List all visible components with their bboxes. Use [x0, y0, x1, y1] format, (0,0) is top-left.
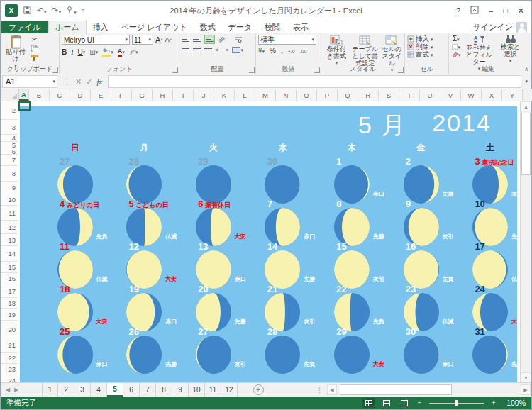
- paste-button[interactable]: 貼り付け ▾: [3, 35, 28, 68]
- row-header-11[interactable]: 11: [1, 206, 18, 221]
- row-header-16[interactable]: 16: [1, 273, 18, 284]
- column-header-P[interactable]: P: [317, 89, 338, 101]
- tab-表示[interactable]: 表示: [287, 21, 315, 33]
- row-header-21[interactable]: 21: [1, 338, 18, 353]
- align-middle-icon[interactable]: [193, 36, 201, 43]
- column-header-F[interactable]: F: [111, 89, 132, 101]
- column-header-V[interactable]: V: [440, 89, 461, 101]
- sheet-tab-11[interactable]: 11: [205, 383, 221, 397]
- increase-decimal-icon[interactable]: +.0: [288, 49, 295, 54]
- row-header-8[interactable]: 8: [1, 166, 18, 182]
- bold-button[interactable]: B: [62, 49, 67, 56]
- column-header-X[interactable]: X: [482, 89, 502, 101]
- font-size-combobox[interactable]: 11▾: [132, 35, 153, 45]
- row-header-20[interactable]: 20: [1, 321, 18, 338]
- insert-function-icon[interactable]: fx: [96, 77, 102, 86]
- alignment-dialog-launcher[interactable]: [249, 67, 255, 73]
- row-header-14[interactable]: 14: [1, 246, 18, 262]
- autosum-icon[interactable]: Σ▾: [451, 35, 461, 43]
- accounting-format-icon[interactable]: ¥▾: [258, 48, 265, 55]
- format-cells-button[interactable]: 書式▾: [407, 51, 447, 58]
- format-painter-icon[interactable]: [31, 54, 38, 62]
- help-icon[interactable]: ?: [456, 6, 460, 15]
- column-header-B[interactable]: B: [29, 89, 50, 101]
- sheet-tab-10[interactable]: 10: [189, 383, 205, 397]
- cut-icon[interactable]: ✂: [31, 36, 38, 43]
- ribbon-display-options-icon[interactable]: [470, 6, 479, 16]
- underline-button[interactable]: U▾: [78, 49, 86, 56]
- horizontal-scroll-thumb[interactable]: [340, 384, 452, 395]
- decrease-decimal-icon[interactable]: .00: [300, 49, 307, 54]
- tab-挿入[interactable]: 挿入: [87, 21, 115, 33]
- row-header-10[interactable]: 10: [1, 194, 18, 206]
- undo-icon[interactable]: ↶▾: [37, 6, 47, 15]
- row-header-7[interactable]: 7: [1, 155, 18, 166]
- sheet-tab-4[interactable]: 4: [91, 383, 107, 397]
- page-break-view-icon[interactable]: [398, 398, 410, 408]
- border-icon[interactable]: ⊞▾: [89, 49, 98, 56]
- sheet-tab-5[interactable]: 5: [107, 383, 123, 397]
- column-header-R[interactable]: R: [358, 89, 379, 101]
- zoom-in-icon[interactable]: ＋: [490, 398, 498, 408]
- insert-cells-button[interactable]: 挿入▾: [407, 35, 447, 43]
- row-header-22[interactable]: 22: [1, 353, 18, 364]
- styles-dialog-launcher[interactable]: [398, 67, 404, 73]
- column-header-L[interactable]: L: [235, 89, 255, 101]
- column-header-U[interactable]: U: [420, 89, 440, 101]
- copy-icon[interactable]: [31, 45, 38, 52]
- touch-mode-icon[interactable]: ▾: [66, 6, 77, 16]
- select-all-corner[interactable]: [1, 89, 19, 101]
- row-header-2[interactable]: 2: [1, 101, 18, 120]
- fill-color-icon[interactable]: ▾: [102, 48, 113, 57]
- tab-校閲[interactable]: 校閲: [258, 21, 287, 33]
- close-icon[interactable]: ✕: [518, 6, 524, 16]
- row-header-15[interactable]: 15: [1, 262, 18, 273]
- maximize-icon[interactable]: □: [503, 6, 508, 15]
- row-header-17[interactable]: 17: [1, 284, 18, 298]
- align-right-icon[interactable]: [204, 47, 212, 53]
- zoom-level[interactable]: 100%: [503, 399, 526, 407]
- column-header-I[interactable]: I: [173, 89, 194, 101]
- align-center-icon[interactable]: [193, 47, 201, 53]
- sheet-tab-12[interactable]: 12: [221, 383, 238, 397]
- sheet-tab-6[interactable]: 6: [123, 383, 140, 397]
- column-header-G[interactable]: G: [132, 89, 153, 101]
- row-header-6[interactable]: 6: [1, 148, 18, 155]
- column-header-W[interactable]: W: [461, 89, 482, 101]
- sign-in[interactable]: サインイン: [473, 21, 531, 33]
- minimize-icon[interactable]: –: [489, 6, 493, 15]
- column-header-Q[interactable]: Q: [338, 89, 358, 101]
- conditional-formatting-button[interactable]: ≠ 条件付き書式▾: [323, 35, 350, 65]
- row-header-13[interactable]: 13: [1, 234, 18, 246]
- tab-ページ レイアウト[interactable]: ページ レイアウト: [115, 21, 194, 33]
- tab-ホーム[interactable]: ホーム: [48, 21, 87, 33]
- clipboard-dialog-launcher[interactable]: [52, 67, 58, 73]
- decrease-font-size-icon[interactable]: A˅: [165, 37, 172, 43]
- sheet-tab-9[interactable]: 9: [172, 383, 189, 397]
- zoom-slider[interactable]: [429, 403, 484, 404]
- column-header-K[interactable]: K: [214, 89, 235, 101]
- find-select-button[interactable]: 検索と選択▾: [498, 35, 523, 63]
- sheet-canvas[interactable]: 5 月 2014 日月火水木金土 272829301赤口2先勝3憲法記念日友引4…: [18, 101, 520, 382]
- sheet-tab-2[interactable]: 2: [58, 383, 74, 397]
- italic-button[interactable]: I: [71, 49, 73, 56]
- vertical-scroll-thumb[interactable]: [521, 113, 531, 175]
- number-format-select[interactable]: 標準▾: [258, 35, 316, 45]
- align-bottom-icon[interactable]: [204, 35, 215, 44]
- vertical-scrollbar[interactable]: ▲ ▼: [520, 101, 531, 382]
- hscroll-left-icon[interactable]: ◀: [327, 384, 337, 395]
- row-header-9[interactable]: 9: [1, 182, 18, 194]
- tab-数式[interactable]: 数式: [193, 21, 221, 33]
- scroll-down-icon[interactable]: ▼: [521, 372, 531, 382]
- page-layout-view-icon[interactable]: [380, 398, 392, 408]
- decrease-indent-icon[interactable]: ⇤: [216, 48, 221, 53]
- increase-font-size-icon[interactable]: A˄: [155, 36, 163, 44]
- sheet-tab-7[interactable]: 7: [140, 383, 156, 397]
- increase-indent-icon[interactable]: ⇥: [224, 48, 229, 53]
- row-header-19[interactable]: 19: [1, 309, 18, 321]
- scroll-up-icon[interactable]: ▲: [521, 101, 531, 111]
- clear-icon[interactable]: ▾: [451, 52, 461, 57]
- sheet-nav-right-icon[interactable]: ▶: [9, 383, 23, 397]
- number-dialog-launcher[interactable]: [314, 67, 320, 73]
- column-header-E[interactable]: E: [91, 89, 111, 101]
